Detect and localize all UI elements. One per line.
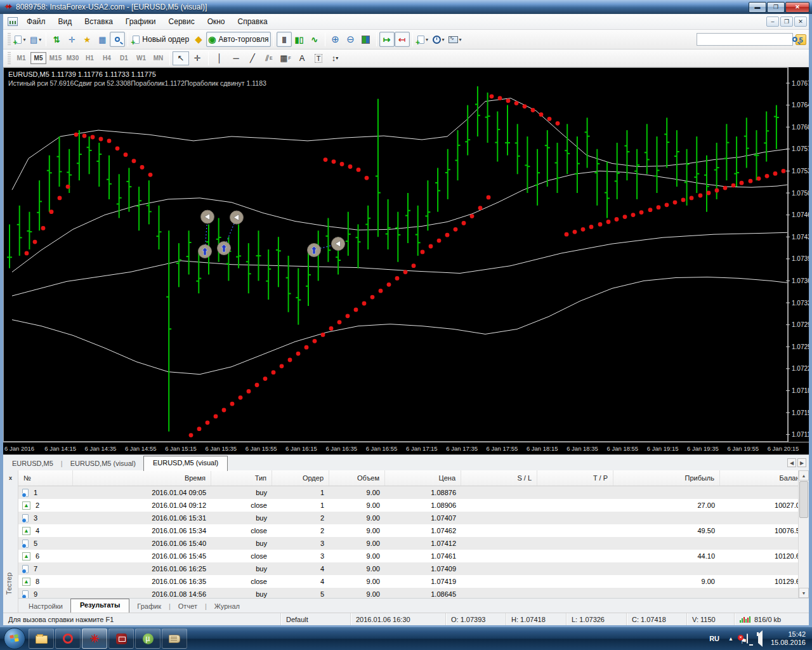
minimize-button[interactable]: ▬ <box>749 2 766 13</box>
menu-Справка[interactable]: Справка <box>232 15 274 28</box>
table-row[interactable]: 42016.01.06 15:34close29.001.0746249.501… <box>18 524 809 537</box>
new-chart-button[interactable]: ▾ <box>13 32 28 47</box>
close-button[interactable]: ✕ <box>785 2 809 13</box>
data-window-button[interactable]: ✛ <box>64 32 79 47</box>
timeframe-M30[interactable]: M30 <box>65 52 81 64</box>
strategy-tester-button[interactable] <box>110 32 125 47</box>
column-header-S / L[interactable]: S / L <box>461 470 537 486</box>
hidden-icons-chevron[interactable]: ▲ <box>724 636 737 642</box>
candlestick-mode-button[interactable]: ▮▯ <box>292 32 307 47</box>
tester-tab-Настройки[interactable]: Настройки <box>21 600 70 613</box>
status-profile[interactable]: Default <box>280 613 350 625</box>
column-header-№[interactable]: № <box>18 470 73 486</box>
toolbar-grip2[interactable] <box>8 52 11 65</box>
chart-window-icon[interactable] <box>8 17 18 26</box>
taskbar-metatrader-button[interactable]: ✳ <box>82 628 107 649</box>
menu-Вид[interactable]: Вид <box>52 15 79 28</box>
taskbar-opera-button[interactable] <box>55 628 81 649</box>
profiles-button[interactable]: ▤▾ <box>28 32 43 47</box>
chart-tab-1[interactable]: EURUSD,M5 (visual) <box>63 457 143 470</box>
taskbar-reader-button[interactable] <box>162 628 187 649</box>
horizontal-line-tool-button[interactable]: ─ <box>228 51 244 65</box>
zoom-out-button[interactable]: ⊖ <box>343 32 358 47</box>
vertical-line-tool-button[interactable]: │ <box>211 51 228 65</box>
timeframe-D1[interactable]: D1 <box>116 52 132 64</box>
tester-tab-Результаты[interactable]: Результаты <box>70 599 129 613</box>
column-header-Тип[interactable]: Тип <box>211 470 272 486</box>
timeframe-M5[interactable]: M5 <box>30 52 46 64</box>
table-row[interactable]: 62016.01.06 15:45close39.001.0746144.101… <box>18 550 809 562</box>
menu-Графики[interactable]: Графики <box>119 15 162 28</box>
auto-scroll-button[interactable]: ↦ <box>379 32 395 47</box>
zoom-in-button[interactable]: ⊕ <box>328 32 343 47</box>
menu-Файл[interactable]: Файл <box>20 15 52 28</box>
child-restore-button[interactable]: ❐ <box>780 17 793 27</box>
timeframe-H4[interactable]: H4 <box>99 52 115 64</box>
search-icon[interactable] <box>792 37 797 42</box>
text-label-tool-button[interactable]: T <box>310 51 327 65</box>
indicators-button[interactable]: ▾ <box>416 32 431 47</box>
tabs-scroll-left-button[interactable]: ◀ <box>787 458 796 467</box>
table-row[interactable]: 92016.01.08 14:56buy59.001.08645 <box>18 588 809 598</box>
scroll-up-button[interactable]: ▲ <box>799 470 809 481</box>
chart-area[interactable]: 1.076751.076401.076051.075701.075351.075… <box>3 67 809 454</box>
fibonacci-tool-button[interactable]: ▦F <box>277 51 294 65</box>
chart-shift-button[interactable]: ↤ <box>395 32 410 47</box>
column-header-Ордер[interactable]: Ордер <box>272 470 329 486</box>
scroll-down-button[interactable]: ▼ <box>799 588 809 598</box>
cursor-tool-button[interactable]: ↖ <box>173 51 189 65</box>
trendline-tool-button[interactable]: ╱ <box>244 51 261 65</box>
column-header-T / P[interactable]: T / P <box>537 470 613 486</box>
child-minimize-button[interactable]: – <box>766 17 779 27</box>
timeframe-MN[interactable]: MN <box>150 52 166 64</box>
toolbar-grip[interactable] <box>8 33 11 46</box>
timeframe-M15[interactable]: M15 <box>48 52 63 64</box>
tester-close-button[interactable]: x <box>6 474 15 482</box>
chart-tab-0[interactable]: EURUSD,M5 <box>4 457 61 470</box>
maximize-button[interactable]: ❐ <box>767 2 785 13</box>
periods-button[interactable]: ▾ <box>431 32 447 47</box>
table-row[interactable]: 32016.01.06 15:31buy29.001.07407 <box>18 512 809 524</box>
network-icon[interactable] <box>747 634 748 643</box>
window-titlebar[interactable]: ✦✦ 8089758: InstaForex-USA2.com - [EURUS… <box>0 0 812 14</box>
volume-icon[interactable] <box>754 634 764 643</box>
menu-Окно[interactable]: Окно <box>201 15 232 28</box>
equidistant-channel-tool-button[interactable]: ⫽E <box>261 51 277 65</box>
results-table-header[interactable]: №ВремяТипОрдерОбъемЦенаS / LT / PПрибыль… <box>18 470 809 486</box>
templates-button[interactable]: ▾ <box>447 32 464 47</box>
search-input[interactable] <box>697 34 792 44</box>
price-chart[interactable]: 1.076751.076401.076051.075701.075351.075… <box>3 67 809 454</box>
autotrade-button[interactable]: ◉Авто-торговля <box>206 32 270 47</box>
terminal-button[interactable]: ▦ <box>95 32 110 47</box>
table-row[interactable]: 52016.01.06 15:40buy39.001.07412 <box>18 537 809 550</box>
column-header-Объем[interactable]: Объем <box>329 470 385 486</box>
table-row[interactable]: 12016.01.04 09:05buy19.001.08876 <box>18 486 809 499</box>
table-row[interactable]: 82016.01.06 16:35close49.001.074199.0010… <box>18 575 809 588</box>
tester-tab-Отчет[interactable]: Отчет <box>171 600 205 613</box>
timeframe-M1[interactable]: M1 <box>13 52 29 64</box>
tray-clock[interactable]: 15:42 15.08.2016 <box>767 630 811 647</box>
scroll-thumb[interactable] <box>799 481 808 518</box>
timeframe-W1[interactable]: W1 <box>133 52 149 64</box>
tester-tab-График[interactable]: График <box>129 600 169 613</box>
navigator-button[interactable]: ★ <box>79 32 95 47</box>
taskbar-remote-app-button[interactable] <box>108 628 134 649</box>
column-header-Баланс[interactable]: Баланс <box>720 470 809 486</box>
crosshair-tool-button[interactable]: ✛ <box>189 51 206 65</box>
results-scrollbar[interactable]: ▲ ▼ <box>798 470 809 598</box>
column-header-Цена[interactable]: Цена <box>385 470 461 486</box>
menu-Вставка[interactable]: Вставка <box>78 15 119 28</box>
table-row[interactable]: 72016.01.06 16:25buy49.001.07409 <box>18 562 809 575</box>
metaeditor-button[interactable]: ◆ <box>191 32 206 47</box>
timeframe-H1[interactable]: H1 <box>82 52 98 64</box>
start-button[interactable] <box>4 628 25 649</box>
column-header-Время[interactable]: Время <box>73 470 211 486</box>
tester-tab-Журнал[interactable]: Журнал <box>207 600 247 613</box>
bar-chart-mode-button[interactable]: ||| <box>277 32 292 47</box>
market-watch-button[interactable]: ⇅ <box>49 32 64 47</box>
tabs-scroll-right-button[interactable]: ▶ <box>797 458 806 467</box>
line-chart-mode-button[interactable]: ∿ <box>307 32 322 47</box>
arrows-tool-button[interactable]: ↕▾ <box>327 51 343 65</box>
menu-Сервис[interactable]: Сервис <box>162 15 201 28</box>
language-indicator[interactable]: RU <box>704 635 724 642</box>
